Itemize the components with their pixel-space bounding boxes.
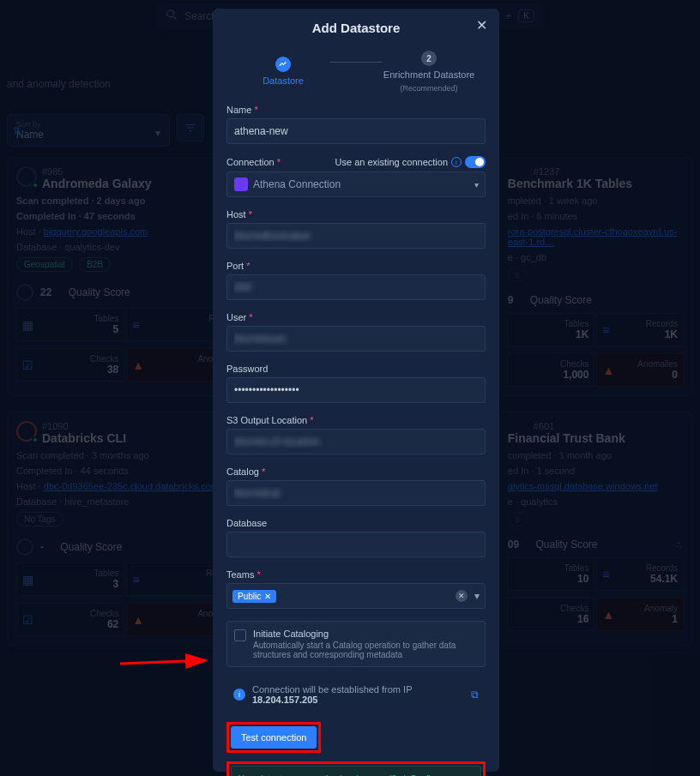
port-label: Port *	[226, 261, 486, 271]
teams-input[interactable]: Public ✕ ✕ ▾	[226, 583, 486, 609]
info-icon[interactable]: i	[451, 157, 462, 167]
chip-label: Public	[238, 592, 261, 601]
step-2-sub: (Recommended)	[400, 84, 457, 93]
s3-label: S3 Output Location *	[226, 415, 486, 425]
test-connection-highlight: Test connection	[226, 722, 321, 753]
use-existing-label: Use an existing connection	[335, 157, 448, 167]
step-line	[330, 62, 382, 63]
connection-value: Athena Connection	[253, 178, 341, 190]
info-icon: i	[233, 689, 245, 701]
stepper: Datastore 2 Enrichment Datastore (Recomm…	[226, 51, 486, 93]
database-input[interactable]	[226, 532, 486, 557]
name-input[interactable]	[226, 118, 486, 144]
ip-address: 18.204.157.205	[252, 695, 317, 705]
chevron-down-icon[interactable]: ▾	[474, 590, 480, 602]
teams-label: Teams *	[226, 569, 486, 580]
use-existing-toggle[interactable]	[465, 156, 486, 168]
host-input[interactable]	[226, 223, 486, 249]
password-input[interactable]	[226, 377, 486, 403]
initiate-cataloging-block[interactable]: Initiate Cataloging Automatically start …	[226, 621, 486, 667]
catalog-input[interactable]	[226, 480, 486, 506]
team-chip-public[interactable]: Public ✕	[232, 590, 276, 603]
database-label: Database	[226, 518, 486, 528]
success-message: Your datastore connection has been verif…	[231, 766, 481, 776]
athena-icon	[234, 177, 248, 191]
connection-select[interactable]: Athena Connection	[226, 171, 486, 197]
step-2-icon[interactable]: 2	[421, 51, 437, 66]
user-input[interactable]	[226, 326, 486, 352]
step-1-label: Datastore	[262, 75, 304, 87]
chip-remove-icon[interactable]: ✕	[264, 592, 271, 601]
modal-title: Add Datastore	[226, 21, 486, 35]
port-input[interactable]	[226, 274, 486, 300]
host-label: Host *	[226, 209, 486, 220]
success-highlight: Your datastore connection has been verif…	[226, 761, 486, 776]
s3-input[interactable]	[226, 429, 486, 454]
catalog-label: Catalog *	[226, 466, 486, 477]
user-label: User *	[226, 312, 486, 322]
initiate-label: Initiate Cataloging	[253, 629, 478, 639]
connection-label: Connection *	[226, 157, 281, 167]
password-label: Password	[226, 364, 486, 374]
copy-icon[interactable]: ⧉	[471, 689, 479, 701]
ip-info-block: i Connection will be established from IP…	[226, 677, 486, 712]
step-1-icon[interactable]	[275, 57, 291, 72]
ip-info-text: Connection will be established from IP	[252, 684, 412, 695]
test-connection-button[interactable]: Test connection	[231, 726, 317, 749]
add-datastore-modal: ✕ Add Datastore Datastore 2 Enrichment D…	[213, 9, 499, 772]
clear-teams-icon[interactable]: ✕	[456, 590, 468, 602]
initiate-desc: Automatically start a Catalog operation …	[253, 641, 478, 659]
initiate-checkbox[interactable]	[234, 629, 246, 641]
step-2-label: Enrichment Datastore	[383, 69, 474, 81]
close-icon[interactable]: ✕	[476, 17, 487, 33]
name-label: Name *	[226, 105, 486, 115]
